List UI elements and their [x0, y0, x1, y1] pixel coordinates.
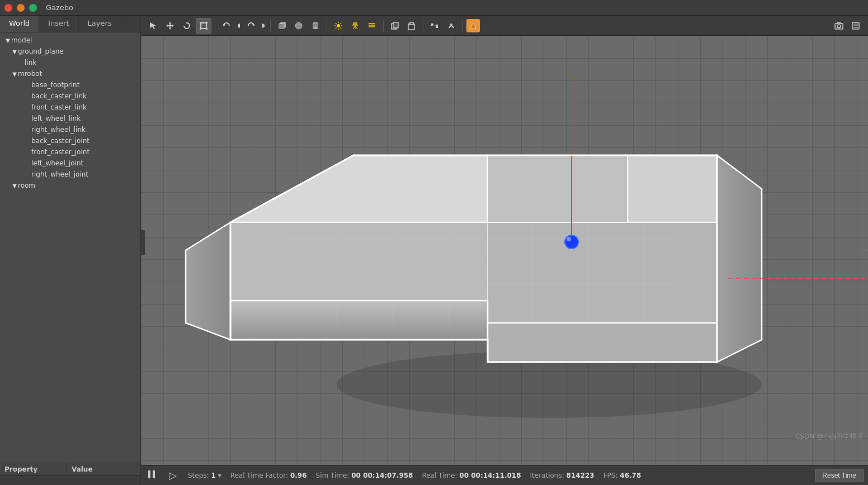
tree-item-base-footprint[interactable]: base_footprint — [0, 79, 140, 91]
tree-item-back-caster-joint[interactable]: back_caster_joint — [0, 135, 140, 146]
svg-marker-0 — [150, 22, 156, 29]
svg-marker-57 — [230, 155, 488, 222]
sep3 — [327, 20, 327, 32]
viewport[interactable]: ⋮ CSDN @小白乔学技术 ▷ Steps: 1 ▾ Real Time Fa… — [141, 16, 868, 485]
arrow-mrobot: ▼ — [11, 71, 18, 77]
tree-item-front-caster-link[interactable]: front_caster_link — [0, 102, 140, 113]
svg-marker-3 — [169, 22, 171, 23]
svg-marker-65 — [717, 155, 762, 362]
tab-bar: World Insert Layers — [0, 16, 140, 32]
property-col-header: Property — [0, 463, 67, 476]
tree-item-right-wheel-link[interactable]: right_wheel_link — [0, 124, 140, 135]
fps-value: 46.78 — [620, 472, 641, 479]
directional-light-btn[interactable] — [364, 18, 380, 34]
tree-item-ground-plane[interactable]: ▼ ground_plane — [0, 46, 140, 57]
tree-item-back-caster-link[interactable]: back_caster_link — [0, 91, 140, 102]
paste-btn[interactable] — [404, 18, 419, 34]
redo-arrow[interactable] — [260, 18, 267, 34]
sim-label: Sim Time: — [316, 472, 350, 479]
tree-item-room[interactable]: ▼ room — [0, 180, 140, 191]
tree-item-model[interactable]: ▼ model — [0, 35, 140, 46]
iter-value: 814223 — [567, 472, 595, 479]
sep6 — [463, 20, 463, 32]
sep5 — [423, 20, 423, 32]
tree-item-left-wheel-joint[interactable]: left_wheel_joint — [0, 158, 140, 169]
svg-marker-66 — [186, 222, 230, 340]
svg-point-24 — [313, 27, 318, 29]
real-label: Real Time: — [422, 472, 457, 479]
tree-label-base-footprint: base_footprint — [31, 81, 79, 89]
minimize-button[interactable] — [17, 4, 25, 12]
tab-insert[interactable]: Insert — [39, 16, 78, 32]
sep4 — [383, 20, 384, 32]
svg-marker-6 — [172, 25, 174, 27]
rtf-label: Real Time Factor: — [230, 472, 288, 479]
select-mode-btn[interactable] — [145, 18, 161, 34]
statusbar: ▷ Steps: 1 ▾ Real Time Factor: 0.96 Sim … — [141, 465, 868, 485]
pause-btn[interactable] — [145, 469, 158, 482]
sep2 — [270, 20, 271, 32]
box-btn[interactable] — [274, 18, 290, 34]
tree-label-left-wheel-joint: left_wheel_joint — [31, 159, 83, 167]
tree-item-mrobot[interactable]: ▼ mrobot — [0, 68, 140, 79]
sphere-btn[interactable] — [291, 18, 306, 34]
svg-rect-8 — [201, 23, 206, 28]
tree-label-room: room — [18, 182, 35, 189]
snap-btn[interactable] — [444, 18, 459, 34]
svg-rect-12 — [206, 28, 207, 30]
tree-item-left-wheel-link[interactable]: left_wheel_link — [0, 113, 140, 124]
tab-layers[interactable]: Layers — [79, 16, 121, 32]
rotate-btn[interactable] — [179, 18, 195, 34]
tree-label-right-wheel-joint: right_wheel_joint — [31, 170, 88, 178]
scale-btn[interactable] — [196, 18, 211, 34]
redo-btn[interactable] — [243, 18, 259, 34]
svg-line-30 — [336, 23, 337, 24]
svg-line-31 — [341, 27, 342, 28]
close-button[interactable] — [4, 4, 12, 12]
steps-arrow[interactable]: ▾ — [218, 472, 221, 479]
svg-marker-16 — [262, 23, 265, 28]
log-btn[interactable] — [848, 18, 864, 34]
3d-canvas[interactable]: ⋮ CSDN @小白乔学技术 — [141, 36, 868, 465]
right-edge-handle[interactable]: ⋮ — [862, 246, 868, 255]
svg-marker-68 — [488, 155, 628, 222]
tree-item-gp-link[interactable]: link — [0, 57, 140, 68]
sep1 — [215, 20, 215, 32]
app-title: Gazebo — [46, 3, 73, 12]
maximize-button[interactable] — [29, 4, 37, 12]
panel-resize-handle[interactable]: · · · — [141, 230, 145, 255]
steps-value: 1 — [211, 472, 215, 479]
copy-btn[interactable] — [387, 18, 403, 34]
tree-label-gp-link: link — [25, 59, 36, 66]
watermark: CSDN @小白乔学技术 — [795, 432, 864, 441]
tab-world[interactable]: World — [0, 16, 39, 32]
cylinder-btn[interactable] — [308, 18, 323, 34]
svg-rect-46 — [436, 25, 438, 28]
svg-marker-62 — [230, 301, 488, 340]
camera-btn[interactable] — [831, 18, 847, 34]
svg-rect-9 — [200, 22, 201, 23]
tree-label-front-caster-link: front_caster_link — [31, 103, 87, 111]
undo-arrow[interactable] — [235, 18, 242, 34]
svg-line-37 — [355, 26, 357, 29]
svg-marker-5 — [166, 25, 168, 27]
svg-line-35 — [353, 26, 355, 29]
tree-label-back-caster-joint: back_caster_joint — [31, 137, 89, 145]
tree-item-front-caster-joint[interactable]: front_caster_joint — [0, 146, 140, 158]
highlight-btn[interactable] — [466, 19, 480, 32]
steps-label: Steps: — [188, 472, 209, 479]
svg-rect-10 — [206, 22, 207, 23]
step-btn[interactable]: ▷ — [167, 468, 179, 483]
rtf-value: 0.96 — [290, 472, 307, 479]
translate-btn[interactable] — [162, 18, 178, 34]
tree-label-ground-plane: ground_plane — [18, 47, 64, 55]
tree-item-right-wheel-joint[interactable]: right_wheel_joint — [0, 169, 140, 180]
point-light-btn[interactable] — [331, 18, 346, 34]
spot-light-btn[interactable] — [347, 18, 363, 34]
svg-rect-44 — [410, 22, 413, 25]
align-btn[interactable] — [427, 18, 442, 34]
tree-label-back-caster-link: back_caster_link — [31, 92, 87, 100]
undo-btn[interactable] — [219, 18, 234, 34]
svg-rect-11 — [200, 28, 201, 30]
reset-time-btn[interactable]: Reset Time — [815, 469, 864, 482]
